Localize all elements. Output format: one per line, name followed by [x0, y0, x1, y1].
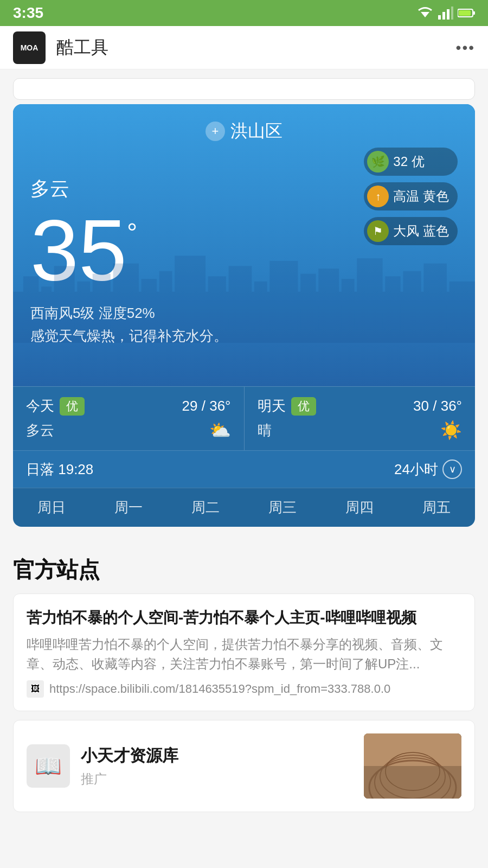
- signal-icon: [438, 7, 453, 20]
- wifi-icon: [416, 7, 434, 20]
- weekday-5[interactable]: 周五: [398, 488, 475, 527]
- hightemp-badge: ↑ 高温 黄色: [364, 182, 458, 210]
- weekday-0[interactable]: 周日: [13, 488, 90, 527]
- weather-feel: 感觉天气燥热，记得补充水分。: [30, 325, 458, 348]
- tomorrow-condition: 晴: [258, 421, 272, 440]
- tomorrow-condition-icon: ☀️: [440, 420, 462, 441]
- tomorrow-quality: 优: [291, 397, 316, 416]
- weather-badges: 🌿 32 优 ↑ 高温 黄色 ⚑ 大风 蓝色: [364, 148, 458, 245]
- forecast-today-header: 今天 优 29 / 36°: [26, 397, 231, 416]
- app-title: 酷工具: [56, 36, 456, 60]
- bilibili-desc: 哔哩哔哩苦力怕不暴的个人空间，提供苦力怕不暴分享的视频、音频、文章、动态、收藏等…: [27, 635, 461, 674]
- svg-rect-4: [451, 7, 453, 20]
- xiaotiancai-content: 小天才资源库 推广: [81, 745, 353, 788]
- xiaotiancai-icon: 📖: [27, 744, 70, 788]
- aqi-icon: 🌿: [367, 151, 389, 173]
- more-menu-button[interactable]: •••: [456, 39, 475, 56]
- aqi-text: 32 优: [393, 153, 424, 170]
- svg-marker-0: [421, 12, 429, 17]
- status-time: 3:35: [13, 4, 43, 22]
- tomorrow-temp: 30 / 36°: [322, 398, 463, 414]
- svg-rect-35: [364, 766, 461, 799]
- svg-rect-1: [438, 15, 441, 20]
- bilibili-url: https://space.bilibili.com/1814635519?sp…: [49, 682, 390, 696]
- wind-text: 大风 蓝色: [393, 222, 449, 240]
- status-bar: 3:35: [0, 0, 488, 26]
- xiaotiancai-card[interactable]: 📖 小天才资源库 推广: [13, 720, 475, 812]
- wind-icon: ⚑: [367, 220, 389, 242]
- today-label: 今天: [26, 397, 54, 416]
- wind-badge: ⚑ 大风 蓝色: [364, 217, 458, 245]
- official-sites-section-title: 官方站点: [0, 540, 488, 593]
- xiaotiancai-title: 小天才资源库: [81, 745, 353, 767]
- app-logo-text: MOA: [21, 43, 38, 52]
- xiaotiancai-subtitle: 推广: [81, 770, 353, 788]
- today-condition-icon: ⛅: [209, 420, 231, 441]
- svg-rect-6: [473, 11, 475, 15]
- weather-card: + 洪山区 🌿 32 优 ↑ 高温 黄色 ⚑ 大风 蓝色 多云 35 °: [13, 104, 475, 527]
- hightemp-icon: ↑: [367, 186, 389, 207]
- status-icons: [416, 7, 475, 20]
- expand-icon: ∨: [442, 459, 462, 479]
- tomorrow-label: 明天: [258, 397, 286, 416]
- weather-detail: 西南风5级 湿度52% 感觉天气燥热，记得补充水分。: [30, 302, 458, 347]
- forecast-tomorrow-header: 明天 优 30 / 36°: [258, 397, 463, 416]
- bilibili-site-card[interactable]: 苦力怕不暴的个人空间-苦力怕不暴个人主页-哔哩哔哩视频 哔哩哔哩苦力怕不暴的个人…: [13, 593, 475, 711]
- today-condition: 多云: [26, 421, 54, 440]
- forecast-today: 今天 优 29 / 36° 多云 ⛅: [13, 387, 244, 450]
- location-name: 洪山区: [230, 119, 282, 143]
- svg-rect-7: [459, 10, 471, 16]
- forecast-tomorrow: 明天 优 30 / 36° 晴 ☀️: [244, 387, 476, 450]
- sunset-row: 日落 19:28 24小时 ∨: [13, 450, 475, 488]
- battery-icon: [458, 8, 475, 18]
- bilibili-title: 苦力怕不暴的个人空间-苦力怕不暴个人主页-哔哩哔哩视频: [27, 607, 461, 628]
- building-image: [364, 733, 461, 799]
- hours-24-label: 24小时: [394, 460, 438, 479]
- today-temp: 29 / 36°: [90, 398, 231, 414]
- today-condition-row: 多云 ⛅: [26, 420, 231, 441]
- app-header: MOA 酷工具 •••: [0, 26, 488, 69]
- add-location-button[interactable]: +: [206, 122, 225, 141]
- weekday-4[interactable]: 周四: [321, 488, 398, 527]
- aqi-badge: 🌿 32 优: [364, 148, 458, 176]
- favicon-icon: 🖼: [31, 684, 40, 694]
- bilibili-favicon: 🖼: [27, 680, 44, 698]
- app-logo: MOA: [13, 31, 46, 64]
- weather-wind: 西南风5级 湿度52%: [30, 302, 458, 325]
- hightemp-text: 高温 黄色: [393, 188, 449, 205]
- weekday-1[interactable]: 周一: [90, 488, 167, 527]
- forecast-today-row: 今天 优 29 / 36° 多云 ⛅ 明天 优 30 / 36° 晴 ☀️: [13, 386, 475, 450]
- today-quality: 优: [60, 397, 85, 416]
- hours-24-toggle[interactable]: 24小时 ∨: [394, 459, 462, 479]
- xiaotiancai-thumbnail: [364, 733, 461, 799]
- svg-rect-3: [447, 9, 450, 20]
- week-row: 周日 周一 周二 周三 周四 周五: [13, 488, 475, 527]
- weather-top: + 洪山区 🌿 32 优 ↑ 高温 黄色 ⚑ 大风 蓝色 多云 35 °: [13, 104, 475, 386]
- location-bar: + 洪山区: [30, 119, 458, 143]
- tomorrow-condition-row: 晴 ☀️: [258, 420, 463, 441]
- top-hint-card: [13, 78, 475, 100]
- bilibili-url-row: 🖼 https://space.bilibili.com/1814635519?…: [27, 680, 461, 698]
- sunset-text: 日落 19:28: [26, 460, 93, 479]
- weekday-3[interactable]: 周三: [244, 488, 321, 527]
- weather-degree: °: [127, 218, 137, 247]
- weekday-2[interactable]: 周二: [167, 488, 244, 527]
- svg-rect-2: [442, 12, 445, 20]
